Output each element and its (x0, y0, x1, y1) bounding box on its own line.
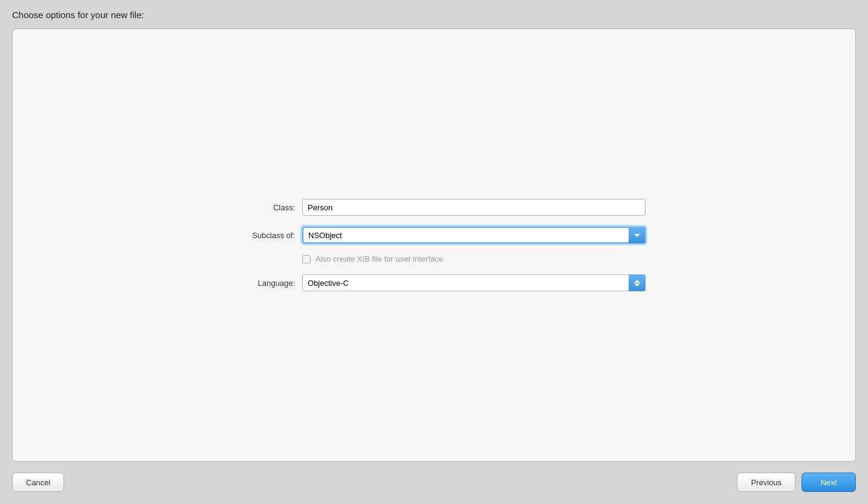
subclass-row: Subclass of: NSObject UIViewController U… (222, 227, 646, 244)
class-input[interactable] (302, 199, 646, 216)
class-label: Class: (222, 203, 295, 212)
subclass-select[interactable]: NSObject UIViewController UIView NSManag… (302, 227, 646, 244)
next-button[interactable]: Next (802, 473, 856, 492)
content-area: Class: Subclass of: NSObject UIViewContr… (12, 28, 856, 462)
cancel-button[interactable]: Cancel (12, 473, 64, 492)
class-row: Class: (222, 199, 646, 216)
page-title: Choose options for your new file: (12, 10, 856, 20)
language-select[interactable]: Objective-C Swift (302, 274, 646, 291)
footer: Cancel Previous Next (12, 473, 856, 492)
subclass-select-wrapper: NSObject UIViewController UIView NSManag… (302, 227, 646, 244)
xib-checkbox-label: Also create XIB file for user interface (316, 254, 443, 263)
previous-button[interactable]: Previous (737, 473, 795, 492)
language-select-wrapper: Objective-C Swift (302, 274, 646, 291)
form-area: Class: Subclass of: NSObject UIViewContr… (222, 199, 646, 291)
language-label: Language: (222, 279, 295, 288)
language-row: Language: Objective-C Swift (222, 274, 646, 291)
xib-row: Also create XIB file for user interface (302, 254, 646, 263)
xib-checkbox[interactable] (302, 255, 311, 263)
subclass-label: Subclass of: (222, 231, 295, 240)
footer-right: Previous Next (737, 473, 856, 492)
